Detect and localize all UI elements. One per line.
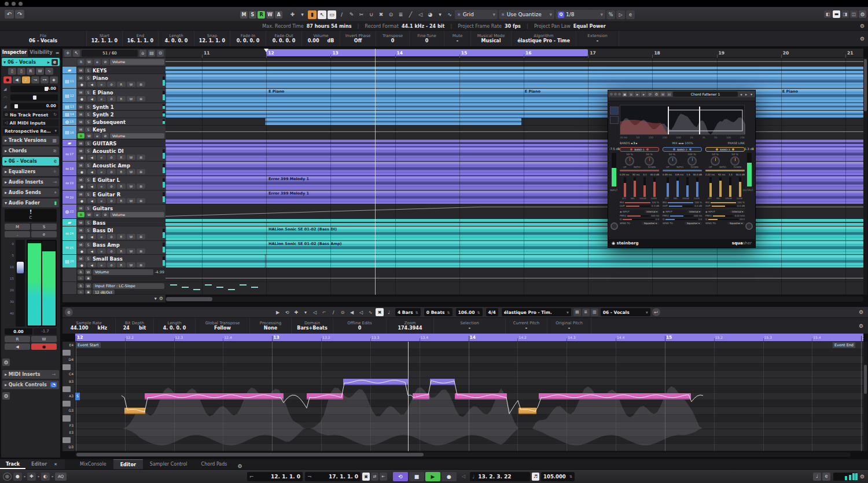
automation-option-button[interactable]: ▫ bbox=[78, 290, 84, 294]
solo-button[interactable]: S bbox=[85, 242, 91, 247]
constrain-delay-compensation[interactable]: ◎ bbox=[3, 473, 12, 481]
plugin-titlebar[interactable]: ▣≡▸▸⟳♻⊞⊟Chord Fattener 1◂▸▾ bbox=[608, 90, 755, 97]
track-row-synth-2[interactable]: ▤14MSSynth 2 bbox=[62, 111, 165, 118]
audio-event[interactable] bbox=[165, 74, 863, 88]
vscroll-handle[interactable] bbox=[864, 59, 867, 111]
track-control-button[interactable]: e bbox=[97, 155, 106, 160]
mute-button[interactable]: M bbox=[78, 75, 84, 80]
track-control-button[interactable]: R bbox=[117, 82, 126, 87]
automation-s-button[interactable]: S bbox=[249, 11, 256, 19]
automation-curve[interactable] bbox=[165, 58, 863, 66]
mute-button[interactable]: M bbox=[78, 68, 84, 73]
track-control-button[interactable]: ▯ bbox=[17, 68, 25, 75]
solo-button[interactable]: S bbox=[85, 141, 91, 146]
add-track-button[interactable]: + bbox=[64, 50, 71, 57]
band-header[interactable]: BAND 2 bbox=[663, 147, 702, 152]
plugin-toolbar-icon[interactable]: ♻ bbox=[654, 92, 659, 97]
track-row-piano[interactable]: ▤11MSPiano●◀e⊘RW⊞ bbox=[62, 74, 165, 89]
track-control-button[interactable]: ● bbox=[78, 96, 86, 101]
audio-event[interactable] bbox=[165, 162, 863, 175]
track-control-button[interactable]: ⊘ bbox=[102, 59, 109, 65]
solo-button[interactable]: S bbox=[85, 192, 91, 197]
lz-info-offline-edits[interactable]: Offline Edits0 bbox=[333, 318, 387, 334]
automation-curve[interactable] bbox=[165, 126, 863, 139]
up-knob[interactable] bbox=[625, 156, 634, 166]
lz-info-selection[interactable]: Selection- bbox=[434, 318, 506, 334]
group-control-button[interactable]: R bbox=[78, 133, 84, 138]
line-tool[interactable]: ∕ bbox=[329, 308, 337, 316]
up-knob[interactable] bbox=[711, 156, 720, 166]
track-control-button[interactable]: R bbox=[117, 155, 126, 160]
track-control-button[interactable]: W bbox=[127, 248, 135, 254]
w-automation-button[interactable]: W bbox=[85, 283, 91, 288]
sc-input-select[interactable]: Internal ▾ bbox=[687, 210, 702, 213]
track-control-button[interactable]: W bbox=[127, 82, 135, 87]
arrangement-vscrollbar[interactable] bbox=[863, 58, 867, 295]
settings-gear-icon[interactable]: ⚙ bbox=[2, 392, 10, 400]
track-control-button[interactable]: W bbox=[127, 169, 135, 174]
mute-button[interactable]: M bbox=[78, 112, 84, 117]
plugin-toolbar-icon[interactable]: ⟳ bbox=[648, 92, 653, 97]
cycle-region[interactable] bbox=[266, 49, 588, 56]
find-track-button[interactable]: ⊙ bbox=[157, 50, 164, 57]
color-menu[interactable]: ▾ bbox=[436, 10, 444, 19]
track-row-input-filter-lc-slope[interactable]: RWInput Filter : LC-Slope▫▣12 dB/Oct bbox=[62, 282, 165, 295]
band-slider[interactable] bbox=[667, 177, 669, 197]
snap-off[interactable]: ✖ bbox=[376, 308, 384, 316]
lz-info-current-pitch[interactable]: Current Pitch- bbox=[506, 318, 547, 334]
track-row-e-piano[interactable]: ▤12MSE Piano●◀e⊘RW⊞ bbox=[62, 89, 165, 103]
undo-button[interactable]: ↶ bbox=[5, 10, 14, 19]
sync-edit[interactable]: e bbox=[822, 473, 830, 481]
read-automation-button[interactable]: R bbox=[5, 336, 30, 342]
track-control-button[interactable]: ⊞ bbox=[137, 234, 145, 239]
tab-inspector[interactable]: Inspector bbox=[1, 49, 28, 57]
info-field-algorithm[interactable]: Algorithmélastique Pro - Time bbox=[512, 31, 576, 46]
close-left-zone-icon[interactable]: ✕ bbox=[54, 462, 57, 467]
plugin-preset-select[interactable]: Chord Fattener 1 bbox=[673, 92, 738, 97]
editor-vscrollbar[interactable] bbox=[863, 342, 867, 451]
automation-parameter-field[interactable]: Input Filter : LC-Slope bbox=[93, 283, 164, 289]
variaudio-segment[interactable] bbox=[455, 393, 507, 400]
preset-menu-icon[interactable]: ▾ bbox=[749, 92, 753, 96]
group-control-button[interactable]: ⊘ bbox=[102, 133, 109, 138]
track-control-button[interactable]: W bbox=[127, 184, 135, 189]
info-field-end[interactable]: End16. 1. 1. 0 bbox=[123, 31, 159, 46]
play-button[interactable]: ▶ bbox=[425, 472, 440, 481]
snap-to-grid-icon[interactable]: ∿ bbox=[446, 10, 454, 19]
track-control-button[interactable]: W bbox=[36, 68, 44, 75]
solo-button[interactable]: S bbox=[85, 112, 91, 117]
track-row-subsequent[interactable]: ◍15MSSubsequent bbox=[62, 118, 165, 126]
toolbar-setup-gear-icon[interactable]: ⚙ bbox=[859, 10, 866, 18]
inspector-track-header[interactable]: ▾06 - Vocals▸e bbox=[2, 58, 60, 66]
solo-button[interactable]: S bbox=[31, 224, 57, 230]
inspector-section-quick-controls[interactable]: ▸ Quick Controls◔ bbox=[2, 380, 59, 389]
track-row-e-guitar-l[interactable]: ≈19MSE Guitar L●◀e⊘RW⊞ bbox=[62, 176, 165, 191]
iterative-quantize[interactable]: % bbox=[606, 10, 615, 19]
swap-locators[interactable]: ⇄ bbox=[371, 473, 378, 481]
edit-button[interactable]: e bbox=[31, 231, 57, 237]
tab-setup-gear-icon[interactable]: ⚙ bbox=[238, 463, 242, 469]
track-control-button[interactable]: ● bbox=[78, 184, 86, 189]
editor-mode-icon[interactable]: ≣ bbox=[582, 309, 590, 316]
auto-scroll[interactable]: ✚ bbox=[288, 10, 297, 19]
midi-note[interactable] bbox=[205, 284, 212, 286]
editor-mode-icon[interactable]: ▥ bbox=[591, 309, 598, 316]
inspector-section-audio-inserts[interactable]: ▸ Audio Inserts⊸ bbox=[2, 178, 59, 186]
grid-type-select[interactable]: ✳Grid▾ bbox=[455, 10, 498, 19]
inspector-section-audio-fader[interactable]: ▾ Audio Fader▮ bbox=[2, 199, 59, 207]
track-row-small-bass[interactable]: ▤26MSSmall Bass●◀e⊘RW⊞ bbox=[62, 255, 165, 268]
mute-button[interactable]: M bbox=[78, 119, 84, 125]
lz-info-bit-depth[interactable]: Bit Depth24bit bbox=[116, 318, 154, 334]
info-field-transpose[interactable]: Transpose0 bbox=[376, 31, 410, 46]
track-row-guitars[interactable]: ◍22MSGuitarsRWe⊘Volume bbox=[62, 204, 165, 219]
track-row-keys[interactable]: ▰MSKEYS bbox=[62, 67, 165, 74]
track-control-button[interactable]: ⊞ bbox=[137, 262, 145, 268]
track-control-button[interactable]: ⊞ bbox=[137, 169, 145, 174]
timeline-ruler[interactable]: 1112131415161718192021 bbox=[165, 49, 863, 58]
band-slider[interactable] bbox=[719, 177, 722, 197]
track-control-button[interactable]: e bbox=[97, 82, 106, 87]
track-control-button[interactable]: ⊘ bbox=[107, 184, 116, 189]
volume-field[interactable]: Volume bbox=[110, 59, 164, 65]
input-gain-knob[interactable] bbox=[610, 222, 618, 230]
solo-button[interactable]: S bbox=[85, 177, 91, 182]
